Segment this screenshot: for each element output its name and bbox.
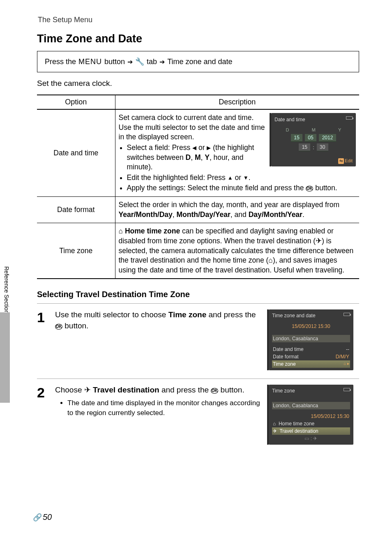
lcd-title: Time zone (272, 388, 295, 394)
options-table: Option Description Date and time Set cam… (37, 95, 359, 279)
option-date-format: Date format (37, 197, 115, 223)
page-footer: 🔗50 (33, 512, 52, 522)
breadcrumb-header: The Setup Menu (37, 16, 359, 24)
wrench-icon: 🔧 (135, 57, 144, 66)
subheading: Selecting Travel Destination Time Zone (37, 290, 359, 299)
intro-text: Set the camera clock. (37, 79, 359, 88)
desc-time-zone: ⌂ Home time zone can be specified and da… (115, 223, 359, 279)
lcd-label-d: D (286, 127, 289, 133)
lcd-zone: London, Casablanca (273, 403, 318, 408)
table-row: Date format Select the order in which th… (37, 197, 359, 223)
nav-tab-word: tab (147, 58, 157, 66)
battery-icon (344, 388, 350, 391)
home-icon: ⌂ (268, 256, 273, 264)
step-2: 2 Choose ✈ Travel destination and press … (37, 385, 359, 445)
lcd-row-home: ⌂ Home time zone (273, 421, 314, 427)
lcd-date-and-time: Date and time D M Y 15 05 2 (271, 113, 356, 166)
nav-button-word: button (104, 58, 125, 66)
step-number: 2 (37, 385, 49, 445)
lcd-field-hour: 15 (299, 143, 310, 151)
divider (37, 378, 359, 379)
step2-note: The date and time displayed in the monit… (67, 398, 263, 418)
plane-icon: ✈ (273, 428, 277, 434)
lcd-field-day: 15 (291, 134, 302, 142)
plane-icon: ✈ (316, 237, 322, 245)
lcd-edit-label: Edit (345, 158, 353, 163)
desc-date-format: Select the order in which the day, month… (115, 197, 359, 223)
right-arrow-icon: ➔ (127, 58, 133, 66)
ok-hint: ▭ : ✈ (304, 436, 317, 441)
table-row: Date and time Set camera clock to curren… (37, 109, 359, 197)
lcd-timezone-select: Time zone London, Casablanca 15/05/2012 … (269, 385, 353, 445)
page-title: Time Zone and Date (37, 32, 359, 45)
option-time-zone: Time zone (37, 223, 115, 279)
home-icon: ⌂ (273, 421, 276, 427)
lcd-zone: London, Casablanca (273, 336, 318, 342)
ok-button-icon: OK (306, 186, 313, 192)
lcd-row-travel: ✈ Travel destination (273, 428, 318, 434)
th-description: Description (115, 95, 359, 109)
lcd-label-y: Y (338, 127, 341, 133)
ok-button-icon: OK (55, 324, 62, 330)
home-icon: ⌂ (119, 227, 123, 235)
divider (37, 303, 359, 304)
nav-dest: Time zone and date (167, 58, 232, 66)
step-number: 1 (37, 309, 49, 370)
lcd-field-month: 05 (305, 134, 316, 142)
reference-icon: 🔗 (33, 513, 42, 522)
plane-icon: ✈ (84, 385, 91, 394)
battery-icon (346, 116, 353, 120)
lcd-title: Time zone and date (272, 313, 316, 318)
right-triangle-icon: ▶ (207, 144, 211, 152)
page-number: 50 (43, 512, 52, 522)
battery-icon (344, 313, 350, 316)
desc-text: Set camera clock to current date and tim… (119, 113, 267, 142)
lcd-title: Date and time (274, 116, 305, 123)
lcd-field-year: 2012 (319, 134, 336, 142)
lcd-datetime: 15/05/2012 15:30 (311, 413, 349, 419)
lcd-field-min: 30 (317, 143, 328, 151)
lcd-datetime: 15/05/2012 15:30 (292, 323, 330, 329)
menu-button-label: MENU (78, 58, 102, 66)
bullet-select-field: Select a field: Press ◀ or ▶ (the highli… (127, 143, 267, 172)
bullet-apply-settings: Apply the settings: Select the minute fi… (127, 183, 356, 193)
bullet-edit-field: Edit the highlighted field: Press ▲ or ▼… (127, 173, 267, 183)
lcd-row-time-zone: Time zone (273, 361, 296, 367)
ok-button-icon: OK (211, 388, 218, 394)
right-arrow-icon: ➔ (159, 58, 165, 66)
lcd-row-date-time: Date and time (273, 346, 304, 352)
swap-icon: ⇆ (338, 158, 344, 164)
step-1: 1 Use the multi selector to choose Time … (37, 309, 359, 370)
th-option: Option (37, 95, 115, 109)
left-triangle-icon: ◀ (192, 144, 196, 152)
lcd-label-m: M (312, 127, 316, 133)
option-date-and-time: Date and time (37, 109, 115, 197)
nav-path-box: Press the MENU button ➔ 🔧 tab ➔ Time zon… (37, 51, 359, 72)
table-row: Time zone ⌂ Home time zone can be specif… (37, 223, 359, 279)
lcd-row-date-format: Date format (273, 354, 299, 360)
nav-prefix: Press the (45, 58, 76, 66)
lcd-timezone-menu: Time zone and date 15/05/2012 15:30 Lond… (269, 309, 353, 370)
home-icon: ⌂ ▸ (344, 361, 349, 367)
up-triangle-icon: ▲ (228, 174, 233, 182)
down-triangle-icon: ▼ (243, 174, 249, 182)
